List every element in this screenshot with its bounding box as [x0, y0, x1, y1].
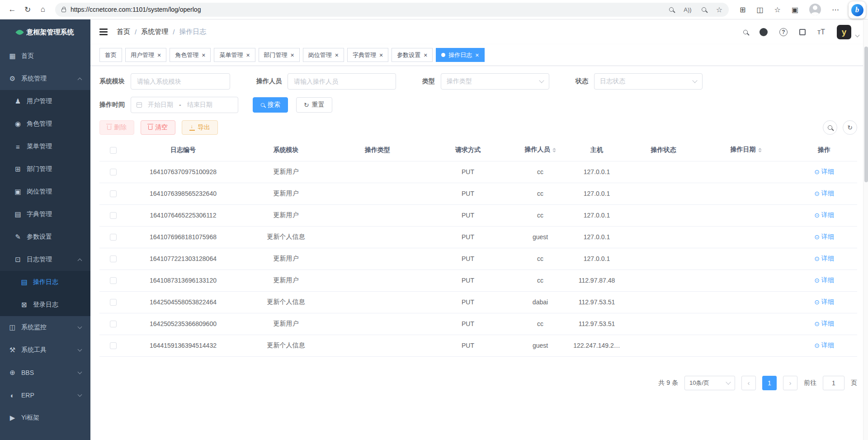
- detail-link[interactable]: ⊙详细: [814, 276, 834, 284]
- sidebar-item-home[interactable]: ▦ 首页: [0, 45, 90, 67]
- detail-link[interactable]: ⊙详细: [814, 233, 834, 241]
- row-checkbox[interactable]: [110, 255, 117, 262]
- help-icon[interactable]: ?: [779, 28, 788, 36]
- scrollbar-thumb[interactable]: [864, 47, 868, 182]
- sidebar-item-dept-mgmt[interactable]: ⊞ 部门管理: [0, 158, 90, 180]
- tab-post-mgmt[interactable]: 岗位管理 ×: [303, 48, 344, 62]
- close-tab-icon[interactable]: ×: [246, 52, 250, 58]
- refresh-icon[interactable]: ↻: [20, 2, 35, 17]
- search-icon[interactable]: [743, 30, 748, 34]
- sidebar-item-login-log[interactable]: ⊠ 登录日志: [0, 293, 90, 316]
- extensions-icon[interactable]: ⊞: [740, 5, 745, 14]
- detail-link[interactable]: ⊙详细: [814, 341, 834, 350]
- fullscreen-icon[interactable]: [799, 29, 806, 35]
- operator-input[interactable]: [288, 73, 396, 90]
- close-tab-icon[interactable]: ×: [202, 52, 205, 58]
- tab-user-mgmt[interactable]: 用户管理 ×: [125, 48, 166, 62]
- sidebar-item-bbs[interactable]: ⊕ BBS: [0, 361, 90, 384]
- split-screen-icon[interactable]: ◫: [756, 5, 763, 14]
- next-page-button[interactable]: ›: [783, 376, 797, 390]
- breadcrumb-home[interactable]: 首页: [117, 28, 130, 36]
- row-checkbox[interactable]: [110, 234, 117, 241]
- sidebar-item-role-mgmt[interactable]: ◉ 角色管理: [0, 113, 90, 135]
- tab-menu-mgmt[interactable]: 菜单管理 ×: [214, 48, 255, 62]
- close-tab-icon[interactable]: ×: [379, 52, 383, 58]
- close-tab-icon[interactable]: ×: [424, 52, 427, 58]
- reset-button[interactable]: ↻ 重置: [296, 97, 332, 113]
- tab-dict-mgmt[interactable]: 字典管理 ×: [347, 48, 388, 62]
- row-checkbox[interactable]: [110, 321, 117, 327]
- row-checkbox[interactable]: [110, 299, 117, 306]
- detail-link[interactable]: ⊙详细: [814, 298, 834, 306]
- row-checkbox[interactable]: [110, 212, 117, 219]
- tab-role-mgmt[interactable]: 角色管理 ×: [170, 48, 211, 62]
- detail-link[interactable]: ⊙详细: [814, 211, 834, 219]
- page-number-1[interactable]: 1: [762, 376, 777, 390]
- detail-link[interactable]: ⊙详细: [814, 320, 834, 328]
- chevron-down-icon[interactable]: [855, 33, 860, 38]
- row-checkbox[interactable]: [110, 169, 117, 175]
- bing-sidebar-button[interactable]: b: [849, 1, 866, 19]
- sidebar-item-operation-log[interactable]: ▤ 操作日志: [0, 271, 90, 293]
- user-avatar[interactable]: y: [837, 25, 851, 39]
- tab-operation-log[interactable]: 操作日志 ×: [436, 48, 484, 62]
- tab-home[interactable]: 首页: [99, 48, 122, 62]
- search-button[interactable]: 搜索: [253, 97, 288, 113]
- sidebar-item-system-monitor[interactable]: ◫ 系统监控: [0, 316, 90, 339]
- sort-icon[interactable]: [552, 146, 556, 155]
- tab-dept-mgmt[interactable]: 部门管理 ×: [259, 48, 300, 62]
- goto-page-input[interactable]: [823, 376, 844, 390]
- sidebar-item-dict-mgmt[interactable]: ▤ 字典管理: [0, 203, 90, 226]
- page-size-select[interactable]: 10条/页: [684, 376, 735, 390]
- more-menu-icon[interactable]: ⋯: [832, 5, 839, 14]
- refresh-table-button[interactable]: ↻: [843, 120, 857, 135]
- address-bar[interactable]: https://ccnetcore.com:1101/system/log/op…: [55, 3, 729, 17]
- close-tab-icon[interactable]: ×: [157, 52, 161, 58]
- row-checkbox[interactable]: [110, 342, 117, 349]
- collections-icon[interactable]: ▣: [792, 5, 798, 14]
- row-checkbox[interactable]: [110, 190, 117, 197]
- module-input[interactable]: [131, 73, 230, 90]
- favorites-bar-icon[interactable]: ☆: [774, 5, 781, 14]
- zoom-out-icon[interactable]: [702, 7, 706, 12]
- read-aloud-icon[interactable]: A)): [684, 6, 691, 13]
- detail-link[interactable]: ⊙详细: [814, 168, 834, 176]
- row-checkbox[interactable]: [110, 277, 117, 284]
- tab-param-settings[interactable]: 参数设置 ×: [392, 48, 433, 62]
- close-tab-icon[interactable]: ×: [335, 52, 339, 58]
- favorite-star-icon[interactable]: ☆: [716, 5, 722, 14]
- hamburger-icon[interactable]: [99, 28, 108, 35]
- breadcrumb-system-mgmt[interactable]: 系统管理: [141, 28, 168, 36]
- back-icon[interactable]: ←: [5, 2, 20, 17]
- sidebar-item-system-mgmt[interactable]: ⚙ 系统管理: [0, 67, 90, 90]
- status-select[interactable]: 日志状态: [594, 73, 703, 90]
- date-range-input[interactable]: 开始日期 - 结束日期: [131, 97, 238, 113]
- password-key-icon[interactable]: [669, 7, 674, 12]
- prev-page-button[interactable]: ‹: [741, 376, 756, 390]
- sidebar-item-log-mgmt[interactable]: ⊡ 日志管理: [0, 248, 90, 271]
- url-text[interactable]: https://ccnetcore.com:1101/system/log/op…: [71, 6, 669, 13]
- browser-profile-avatar[interactable]: [809, 4, 821, 15]
- clear-button[interactable]: 清空: [141, 120, 175, 135]
- home-icon[interactable]: ⌂: [35, 2, 51, 17]
- scrollbar[interactable]: [863, 19, 868, 440]
- detail-link[interactable]: ⊙详细: [814, 189, 834, 198]
- delete-button[interactable]: 删除: [99, 120, 134, 135]
- export-button[interactable]: 导出: [182, 120, 218, 135]
- close-tab-icon[interactable]: ×: [475, 52, 479, 58]
- type-select[interactable]: 操作类型: [441, 73, 549, 90]
- sidebar-item-param-settings[interactable]: ✎ 参数设置: [0, 226, 90, 248]
- sidebar-item-yi-framework[interactable]: ▶ Yi框架: [0, 407, 90, 429]
- close-tab-icon[interactable]: ×: [291, 52, 294, 58]
- sidebar-item-post-mgmt[interactable]: ▣ 岗位管理: [0, 180, 90, 203]
- text-size-icon[interactable]: тT: [817, 28, 825, 36]
- github-icon[interactable]: [760, 28, 768, 36]
- sidebar-item-erp[interactable]: ◐ ERP: [0, 384, 90, 407]
- column-date[interactable]: 操作日期: [731, 146, 756, 153]
- sidebar-item-menu-mgmt[interactable]: ≡ 菜单管理: [0, 135, 90, 158]
- sidebar-item-user-mgmt[interactable]: ♟ 用户管理: [0, 90, 90, 113]
- show-search-button[interactable]: [823, 120, 837, 135]
- sort-icon[interactable]: [758, 146, 762, 155]
- select-all-checkbox[interactable]: [110, 147, 117, 154]
- column-operator[interactable]: 操作人员: [525, 146, 550, 153]
